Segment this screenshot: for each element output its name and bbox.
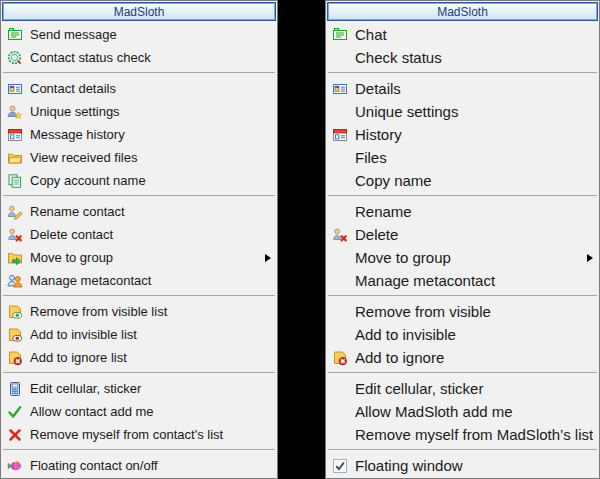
menu-item-history[interactable]: History (326, 123, 599, 146)
menu-item-contact-details[interactable]: Contact details (1, 77, 277, 100)
menu-item-check-status[interactable]: Check status (326, 46, 599, 69)
menu-item-manage-metacontact[interactable]: Manage metacontact (1, 269, 277, 292)
menu-item-message-history[interactable]: Message history (1, 123, 277, 146)
move-group-icon (6, 250, 24, 266)
contact-context-menu-classic: MadSloth Send messageContact status chec… (0, 0, 278, 479)
history-icon (331, 127, 349, 143)
menu-item-label: Copy account name (30, 173, 271, 188)
ignore-icon (331, 350, 349, 366)
menu-item-view-received-files[interactable]: View received files (1, 146, 277, 169)
menu-item-label: Details (355, 80, 593, 97)
menu-item-unique-settings[interactable]: Unique settings (326, 100, 599, 123)
submenu-arrow-icon (587, 254, 593, 262)
menu-item-label: View received files (30, 150, 271, 165)
delete-contact-icon (6, 227, 24, 243)
menu-item-floating-window[interactable]: Floating window (326, 454, 599, 477)
menu-item-allow-madsloth-add-me[interactable]: Allow MadSloth add me (326, 400, 599, 423)
menu-item-copy-account-name[interactable]: Copy account name (1, 169, 277, 192)
red-x-icon (6, 427, 24, 443)
menu-separator (3, 372, 275, 373)
menu-item-label: Contact status check (30, 50, 271, 65)
menu-item-contact-status-check[interactable]: Contact status check (1, 46, 277, 69)
menu-item-allow-contact-add-me[interactable]: Allow contact add me (1, 400, 277, 423)
menu-item-label: Rename (355, 203, 593, 220)
menu-item-label: Floating window (355, 457, 593, 474)
message-icon (6, 27, 24, 43)
menu-item-label: Add to ignore (355, 349, 593, 366)
no-icon (331, 150, 349, 166)
menu-item-add-to-ignore-list[interactable]: Add to ignore list (1, 346, 277, 369)
menu-item-rename-contact[interactable]: Rename contact (1, 200, 277, 223)
no-icon (331, 304, 349, 320)
menu-item-send-message[interactable]: Send message (1, 23, 277, 46)
no-icon (331, 173, 349, 189)
menu-item-edit-cellular-sticker[interactable]: Edit cellular, sticker (1, 377, 277, 400)
folder-icon (6, 150, 24, 166)
menu-item-add-to-invisible[interactable]: Add to invisible (326, 323, 599, 346)
menu-title: MadSloth (327, 2, 598, 21)
menu-item-label: Manage metacontact (30, 273, 271, 288)
menu-item-label: Check status (355, 49, 593, 66)
checkbox-checked-icon[interactable] (331, 458, 349, 474)
menu-item-floating-contact-on-off[interactable]: Floating contact on/off (1, 454, 277, 477)
menu-item-label: Remove from visible list (30, 304, 271, 319)
menu-separator (328, 449, 597, 450)
copy-icon (6, 173, 24, 189)
menu-item-delete-contact[interactable]: Delete contact (1, 223, 277, 246)
menu-item-edit-cellular-sticker[interactable]: Edit cellular, sticker (326, 377, 599, 400)
metacontact-icon (6, 273, 24, 289)
menu-item-chat[interactable]: Chat (326, 23, 599, 46)
menu-item-add-to-invisible-list[interactable]: Add to invisible list (1, 323, 277, 346)
menu-separator (328, 195, 597, 196)
menu-item-files[interactable]: Files (326, 146, 599, 169)
menu-item-label: Message history (30, 127, 271, 142)
menu-item-unique-settings[interactable]: Unique settings (1, 100, 277, 123)
menu-item-label: Delete (355, 226, 593, 243)
menu-separator (328, 295, 597, 296)
cellular-icon (6, 381, 24, 397)
status-check-icon (6, 50, 24, 66)
menu-item-label: Unique settings (30, 104, 271, 119)
menu-item-manage-metacontact[interactable]: Manage metacontact (326, 269, 599, 292)
menu-item-move-to-group[interactable]: Move to group (326, 246, 599, 269)
no-icon (331, 50, 349, 66)
unique-settings-icon (6, 104, 24, 120)
menu-item-move-to-group[interactable]: Move to group (1, 246, 277, 269)
vcard-icon (331, 81, 349, 97)
menu-item-label: Unique settings (355, 103, 593, 120)
menu-item-list: Send messageContact status checkContact … (1, 22, 277, 478)
menu-item-label: Add to invisible (355, 326, 593, 343)
no-icon (331, 104, 349, 120)
menu-item-remove-from-visible[interactable]: Remove from visible (326, 300, 599, 323)
menu-item-label: Edit cellular, sticker (355, 380, 593, 397)
visible-eye-icon (6, 304, 24, 320)
menu-item-label: Allow MadSloth add me (355, 403, 593, 420)
message-icon (331, 27, 349, 43)
rename-icon (6, 204, 24, 220)
menu-item-label: Delete contact (30, 227, 271, 242)
menu-item-details[interactable]: Details (326, 77, 599, 100)
menu-item-label: History (355, 126, 593, 143)
menu-item-remove-from-visible-list[interactable]: Remove from visible list (1, 300, 277, 323)
menu-item-add-to-ignore[interactable]: Add to ignore (326, 346, 599, 369)
menu-separator (3, 72, 275, 73)
menu-separator (328, 72, 597, 73)
menu-item-remove-myself-from-contact-s-list[interactable]: Remove myself from contact's list (1, 423, 277, 446)
no-icon (331, 404, 349, 420)
no-icon (331, 273, 349, 289)
menu-item-label: Add to invisible list (30, 327, 271, 342)
no-icon (331, 204, 349, 220)
fish-icon (6, 458, 24, 474)
menu-item-copy-name[interactable]: Copy name (326, 169, 599, 192)
menu-item-label: Edit cellular, sticker (30, 381, 271, 396)
invisible-eye-icon (6, 327, 24, 343)
menu-item-label: Rename contact (30, 204, 271, 219)
menu-item-remove-myself-from-madsloth-s-list[interactable]: Remove myself from MadSloth’s list (326, 423, 599, 446)
menu-item-rename[interactable]: Rename (326, 200, 599, 223)
no-icon (331, 327, 349, 343)
menu-separator (3, 195, 275, 196)
menu-item-delete[interactable]: Delete (326, 223, 599, 246)
menu-item-label: Files (355, 149, 593, 166)
menu-item-label: Manage metacontact (355, 272, 593, 289)
menu-item-label: Send message (30, 27, 271, 42)
